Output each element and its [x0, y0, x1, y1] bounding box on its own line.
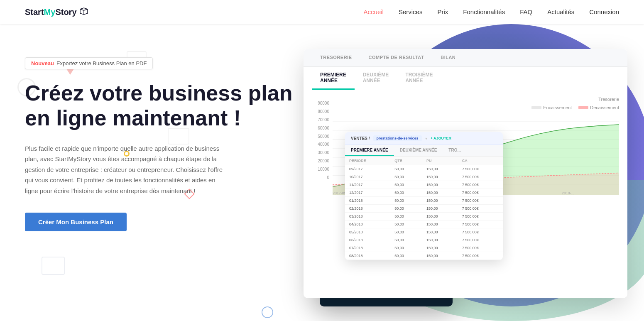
sales-header-label: VENTES /	[351, 136, 370, 141]
y-label-0: 0	[312, 175, 329, 180]
sales-separator: ▾	[425, 136, 427, 141]
table-row: 01/201850,00150,007 500,00€	[345, 197, 503, 205]
legend-decaissement: Decaissement	[578, 105, 619, 110]
col-pu: PU	[422, 157, 458, 165]
sales-tab-troisieme[interactable]: TRO...	[443, 145, 466, 156]
y-label-40k: 40000	[312, 142, 329, 147]
nav-actualites[interactable]: Actualités	[547, 8, 574, 15]
legend-encaissement: Encaissement	[531, 105, 572, 110]
hero-right: StartMyStory TABLEAU DE BORD ▾	[307, 41, 619, 321]
table-row: 12/201750,00150,007 500,00€	[345, 189, 503, 197]
nav-fonctionnalites[interactable]: Fonctionnalités	[463, 8, 505, 15]
table-row: 09/201750,00150,007 500,00€	[345, 165, 503, 173]
sales-table: PERIODE QTE PU CA 09/201750,00150,007 50…	[345, 157, 503, 260]
sales-tag: prestations-de-services	[373, 135, 422, 141]
finance-panel: TRESORERIE COMPTE DE RESULTAT BILAN PREM…	[304, 49, 627, 298]
nav-accueil[interactable]: Accueil	[364, 8, 384, 15]
y-label-10k: 10000	[312, 167, 329, 172]
legend-dec-label: Decaissement	[590, 105, 619, 110]
y-label-30k: 30000	[312, 150, 329, 155]
chart-title: Tresorerie	[598, 97, 619, 102]
table-row: 11/201750,00150,007 500,00€	[345, 181, 503, 189]
navbar: StartMyStory Accueil Services Prix Fonct…	[0, 0, 644, 24]
logo[interactable]: StartMyStory	[25, 7, 88, 17]
sales-tab-deuxieme[interactable]: DEUXIÈME ANNÉE	[394, 145, 443, 156]
sales-overlay: VENTES / prestations-de-services ▾ + AJO…	[345, 132, 503, 260]
y-label-20k: 20000	[312, 159, 329, 163]
nav-connexion[interactable]: Connexion	[589, 8, 619, 15]
y-label-80k: 80000	[312, 109, 329, 114]
logo-start: Start	[25, 7, 44, 17]
year-deuxieme[interactable]: DEUXIÈMEANNÉE	[355, 67, 397, 90]
y-label-90k: 90000	[312, 101, 329, 105]
sales-year-tabs: PREMIERE ANNÉE DEUXIÈME ANNÉE TRO...	[345, 145, 503, 157]
nav-prix[interactable]: Prix	[437, 8, 448, 15]
cta-button[interactable]: Créer Mon Business Plan	[25, 213, 127, 231]
sales-header: VENTES / prestations-de-services ▾ + AJO…	[345, 132, 503, 145]
svg-text:2018-...: 2018-...	[562, 191, 574, 195]
year-premiere[interactable]: PREMIEREANNÉE	[312, 67, 355, 90]
y-label-60k: 60000	[312, 126, 329, 130]
tab-compte[interactable]: COMPTE DE RESULTAT	[360, 49, 433, 66]
col-periode: PERIODE	[345, 157, 390, 165]
table-row: 02/201850,00150,007 500,00€	[345, 205, 503, 213]
legend-enc-dot	[531, 106, 541, 109]
nav-faq[interactable]: FAQ	[520, 8, 532, 15]
logo-story: Story	[55, 7, 76, 17]
col-ca: CA	[458, 157, 503, 165]
sales-table-header: PERIODE QTE PU CA	[345, 157, 503, 165]
nouveau-badge: Nouveau Exportez votre Business Plan en …	[25, 57, 153, 69]
badge-label: Nouveau	[31, 60, 54, 66]
table-row: 03/201850,00150,007 500,00€	[345, 213, 503, 221]
finance-tabs: TRESORERIE COMPTE DE RESULTAT BILAN	[304, 49, 627, 67]
hero-left: Nouveau Exportez votre Business Plan en …	[25, 41, 307, 321]
year-troisieme[interactable]: TROISIÈMEANNÉE	[397, 67, 441, 90]
table-row: 10/201750,00150,007 500,00€	[345, 173, 503, 181]
nav-links: Accueil Services Prix Fonctionnalités FA…	[364, 8, 619, 16]
sales-table-body: 09/201750,00150,007 500,00€10/201750,001…	[345, 165, 503, 260]
y-label-50k: 50000	[312, 134, 329, 139]
hero-description: Plus facile et rapide que n'importe quel…	[25, 143, 228, 196]
table-row: 07/201850,00150,007 500,00€	[345, 244, 503, 252]
finance-years: PREMIEREANNÉE DEUXIÈMEANNÉE TROISIÈMEANN…	[304, 67, 627, 90]
nav-services[interactable]: Services	[399, 8, 423, 15]
hero-title: Créez votre business plan en ligne maint…	[25, 81, 307, 131]
logo-icon	[79, 7, 88, 17]
hero-section: Nouveau Exportez votre Business Plan en …	[0, 24, 644, 321]
legend-enc-label: Encaissement	[543, 105, 572, 110]
table-row: 05/201850,00150,007 500,00€	[345, 228, 503, 236]
sales-add-button[interactable]: + AJOUTER	[431, 136, 451, 140]
tab-tresorerie[interactable]: TRESORERIE	[312, 49, 360, 66]
col-qte: QTE	[390, 157, 422, 165]
logo-my: My	[44, 7, 56, 17]
legend-dec-dot	[578, 106, 588, 109]
table-row: 08/201850,00150,007 500,00€	[345, 252, 503, 260]
tab-bilan[interactable]: BILAN	[432, 49, 464, 66]
table-row: 04/201850,00150,007 500,00€	[345, 221, 503, 228]
y-label-70k: 70000	[312, 118, 329, 122]
sales-tab-premiere[interactable]: PREMIERE ANNÉE	[345, 145, 394, 156]
table-row: 06/201850,00150,007 500,00€	[345, 236, 503, 244]
badge-text: Exportez votre Business Plan en PDF	[56, 60, 147, 66]
